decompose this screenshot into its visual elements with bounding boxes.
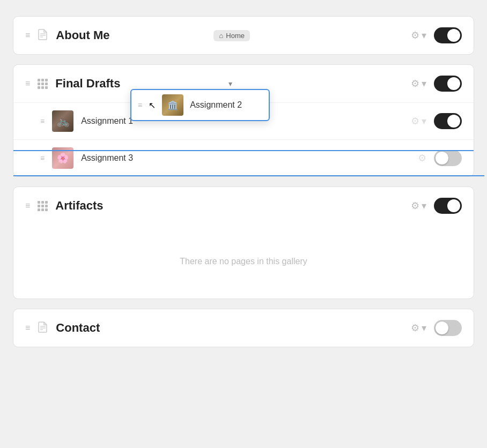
drag-handle-overlay: ≡ <box>138 101 142 109</box>
gear-icon-final-drafts: ⚙ <box>411 78 419 89</box>
gear-icon-assignment-3: ⚙ <box>418 152 426 164</box>
home-icon: ⌂ <box>219 32 223 40</box>
empty-gallery-message: There are no pages in this gallery <box>13 225 474 298</box>
gear-icon-assignment-1: ⚙ <box>411 115 419 127</box>
chevron-down-icon-artifacts: ▾ <box>422 200 426 212</box>
cursor-icon: ↖ <box>149 100 156 110</box>
grid-icon-final-drafts <box>38 79 48 89</box>
toggle-artifacts[interactable] <box>434 198 462 214</box>
drag-handle-about-me[interactable]: ≡ <box>25 31 30 40</box>
artifacts-section: ≡ Artifacts ⚙ ▾ There are no pages in th… <box>13 186 474 299</box>
contact-section: ≡ Contact ⚙ ▾ <box>13 309 474 347</box>
about-me-section: ≡ About Me ⌂ Home ⚙ ▾ <box>13 16 474 55</box>
contact-title: Contact <box>56 321 226 335</box>
drag-overlay-assignment-2: ≡ ↖ 🏛️ Assignment 2 <box>130 89 270 121</box>
chevron-down-icon-about-me: ▾ <box>422 29 426 41</box>
drag-handle-contact[interactable]: ≡ <box>25 323 30 333</box>
chevron-down-icon-assignment-1: ▾ <box>422 115 426 127</box>
gear-button-about-me[interactable]: ⚙ ▾ <box>411 29 426 41</box>
drop-indicator-top <box>13 150 474 151</box>
gear-button-artifacts[interactable]: ⚙ ▾ <box>411 200 426 212</box>
drag-handle-artifacts[interactable]: ≡ <box>25 201 30 211</box>
gear-icon-artifacts: ⚙ <box>411 200 419 212</box>
drag-handle-final-drafts[interactable]: ≡ <box>25 79 30 88</box>
assignment-2-title-overlay: Assignment 2 <box>190 100 259 110</box>
chevron-down-icon-final-drafts: ▾ <box>422 78 426 89</box>
gear-icon-contact: ⚙ <box>411 322 419 334</box>
toggle-about-me[interactable] <box>434 27 462 43</box>
assignment-3-title: Assignment 3 <box>81 153 410 163</box>
gear-button-final-drafts[interactable]: ⚙ ▾ <box>411 78 426 89</box>
artifacts-title: Artifacts <box>55 199 225 213</box>
sub-item-assignment-3: ≡ Assignment 3 ⚙ <box>13 140 474 176</box>
toggle-contact[interactable] <box>434 320 462 336</box>
page-icon-contact <box>38 321 48 335</box>
gear-button-assignment-3[interactable]: ⚙ <box>418 152 426 164</box>
gear-button-assignment-1[interactable]: ⚙ ▾ <box>411 115 426 127</box>
final-drafts-section: ≡ Final Drafts ▾ ⚙ ▾ ≡ Assignment 1 ⚙ <box>13 64 474 177</box>
gear-button-contact[interactable]: ⚙ ▾ <box>411 322 426 334</box>
page-icon-about-me <box>38 28 48 43</box>
toggle-assignment-3[interactable] <box>434 150 462 166</box>
thumb-assignment-2-overlay: 🏛️ <box>162 94 183 116</box>
home-badge: ⌂ Home <box>213 30 250 41</box>
grid-icon-artifacts <box>38 201 48 211</box>
dropdown-arrow-final-drafts[interactable]: ▾ <box>228 79 232 88</box>
drop-indicator-bottom <box>13 175 484 176</box>
toggle-assignment-1[interactable] <box>434 113 462 129</box>
drag-handle-assignment-3[interactable]: ≡ <box>40 154 45 162</box>
chevron-down-icon-contact: ▾ <box>422 322 426 334</box>
thumb-assignment-1 <box>52 110 73 132</box>
toggle-final-drafts[interactable] <box>434 76 462 92</box>
drag-handle-assignment-1[interactable]: ≡ <box>40 117 45 125</box>
about-me-title: About Me <box>56 28 202 42</box>
gear-icon-about-me: ⚙ <box>411 29 419 41</box>
